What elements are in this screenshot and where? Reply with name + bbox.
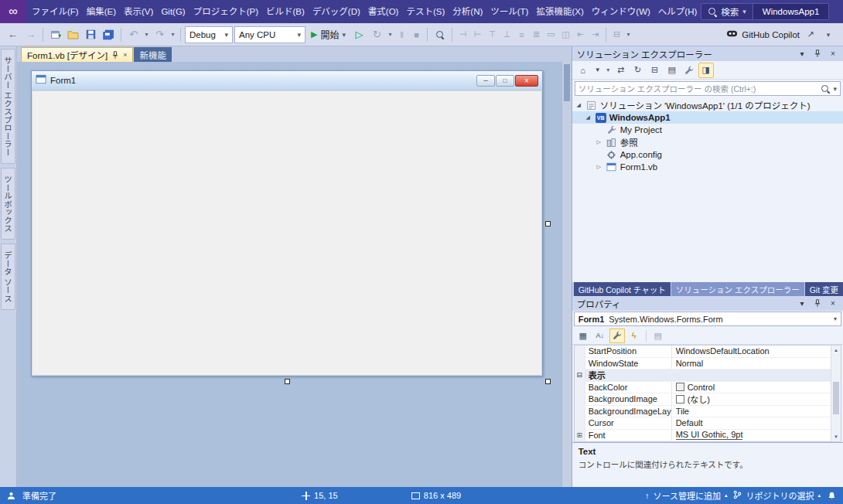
close-panel-icon[interactable]: × <box>828 299 838 308</box>
tree-item-references[interactable]: ▷ 参照 <box>572 136 843 148</box>
property-row-backgroundimagelayout[interactable]: BackgroundImageLayou Tile <box>575 406 831 418</box>
form-client-area[interactable] <box>32 90 542 376</box>
tab-form1-designer[interactable]: Form1.vb [デザイン] × <box>21 47 133 62</box>
menu-edit[interactable]: 編集(E) <box>83 0 120 23</box>
vertical-spacing-icon[interactable]: ⇥ <box>589 26 602 43</box>
property-row-cursor[interactable]: Cursor Default <box>575 417 831 430</box>
categorized-icon[interactable]: ▦ <box>575 329 591 343</box>
sidebar-tab-data-sources[interactable]: データ ソース <box>1 243 15 310</box>
property-row-backcolor[interactable]: BackColor Control <box>575 382 831 394</box>
align-centers-icon[interactable]: ≣ <box>530 26 543 43</box>
menu-file[interactable]: ファイル(F) <box>28 0 83 23</box>
menu-build[interactable]: ビルド(B) <box>262 0 309 23</box>
sidebar-tab-server-explorer[interactable]: サーバー エクスプローラー <box>1 49 15 164</box>
start-debugging-button[interactable]: ▶ 開始 ▾ <box>307 26 350 43</box>
hot-reload-dropdown-icon[interactable]: ▾ <box>387 31 394 38</box>
search-dropdown-icon[interactable]: ▾ <box>742 8 746 15</box>
open-chat-icon[interactable]: ↗ <box>804 28 817 42</box>
menu-format[interactable]: 書式(O) <box>364 0 403 23</box>
alphabetical-icon[interactable]: A↓ <box>592 329 608 343</box>
undo-dropdown-icon[interactable]: ▾ <box>143 31 150 38</box>
close-tab-icon[interactable]: × <box>123 51 127 59</box>
save-all-icon[interactable] <box>101 26 117 43</box>
resize-handle-right[interactable] <box>545 221 551 226</box>
tree-item-app-config[interactable]: App.config <box>572 148 843 161</box>
scroll-up-icon[interactable]: ▴ <box>831 346 841 355</box>
menu-git[interactable]: Git(G) <box>157 0 189 23</box>
resize-handle-bottom[interactable] <box>285 379 290 384</box>
break-all-icon[interactable]: ‖ <box>395 26 408 43</box>
filter-dropdown-icon[interactable]: ▾ <box>605 66 612 73</box>
solution-configuration-select[interactable]: Debug ▾ <box>185 26 233 43</box>
menu-help[interactable]: ヘルプ(H) <box>654 0 701 23</box>
property-row-font[interactable]: ⊞ Font MS UI Gothic, 9pt <box>575 430 831 442</box>
object-selector[interactable]: Form1 System.Windows.Forms.Form ▾ <box>574 312 841 326</box>
stop-debugging-icon[interactable]: ■ <box>410 26 423 43</box>
menu-test[interactable]: テスト(S) <box>402 0 449 23</box>
home-icon[interactable]: ⌂ <box>575 63 591 78</box>
tree-item-my-project[interactable]: My Project <box>572 124 843 136</box>
events-icon[interactable]: ϟ <box>626 329 642 343</box>
expander-icon[interactable]: ◢ <box>584 114 592 121</box>
expander-icon[interactable]: ▷ <box>595 164 603 170</box>
collapse-category-icon[interactable]: ⊟ <box>575 369 585 381</box>
horizontal-spacing-icon[interactable]: ⇤ <box>574 26 587 43</box>
property-pages-icon[interactable]: ▤ <box>650 329 666 343</box>
sync-with-active-document-icon[interactable]: ⇄ <box>613 63 629 78</box>
show-all-files-icon[interactable]: ▤ <box>664 63 680 78</box>
scroll-down-icon[interactable]: ▾ <box>831 432 841 441</box>
make-same-size-icon[interactable]: ◫ <box>559 26 572 43</box>
search-options-icon[interactable]: ▾ <box>833 85 837 93</box>
property-row-windowstate[interactable]: WindowState Normal <box>575 358 831 370</box>
tab-solution-explorer[interactable]: ソリューション エクスプローラー <box>671 282 804 296</box>
collapse-all-icon[interactable]: ⊟ <box>647 63 663 78</box>
align-tops-icon[interactable]: ⊤ <box>486 26 499 43</box>
align-rights-icon[interactable]: ⊢ <box>471 26 484 43</box>
menu-extensions[interactable]: 拡張機能(X) <box>532 0 587 23</box>
solution-explorer-header[interactable]: ソリューション エクスプローラー ▾ × <box>572 46 843 61</box>
solution-name-badge[interactable]: WindowsApp1 <box>753 3 830 20</box>
navigate-forward-icon[interactable]: → <box>22 26 39 43</box>
new-project-icon[interactable] <box>47 26 63 43</box>
open-file-icon[interactable] <box>65 26 81 43</box>
navigate-back-icon[interactable]: ← <box>5 26 21 43</box>
expand-property-icon[interactable]: ⊞ <box>575 430 585 441</box>
tab-git-changes[interactable]: Git 変更 <box>805 282 843 296</box>
toolbar-overflow-icon[interactable]: ▾ <box>625 31 632 38</box>
undo-icon[interactable]: ↶ <box>125 26 142 43</box>
tab-copilot-chat[interactable]: GitHub Copilot チャット <box>574 282 671 296</box>
window-position-icon[interactable]: ▾ <box>797 49 807 58</box>
window-position-icon[interactable]: ▾ <box>797 299 807 308</box>
menu-tools[interactable]: ツール(T) <box>486 0 532 23</box>
tree-item-project[interactable]: ◢ VB WindowsApp1 <box>572 111 843 124</box>
property-row-backgroundimage[interactable]: BackgroundImage (なし) <box>575 393 831 406</box>
property-category-display[interactable]: ⊟ 表示 <box>575 369 831 382</box>
notifications-bell-icon[interactable] <box>827 491 837 501</box>
designer-vertical-scrollbar[interactable] <box>561 62 572 487</box>
menu-project[interactable]: プロジェクト(P) <box>189 0 262 23</box>
minimize-button[interactable]: ─ <box>840 0 843 23</box>
save-icon[interactable] <box>83 26 99 43</box>
make-same-width-icon[interactable]: ▭ <box>544 26 558 43</box>
tab-whats-new[interactable]: 新機能 <box>134 47 172 62</box>
refresh-icon[interactable]: ↻ <box>630 63 646 78</box>
align-lefts-icon[interactable]: ⊣ <box>456 26 469 43</box>
properties-header[interactable]: プロパティ ▾ × <box>572 296 843 311</box>
solution-search-box[interactable]: ▾ <box>575 81 841 96</box>
tree-item-form1[interactable]: ▷ Form1.vb <box>572 161 843 173</box>
sidebar-tab-toolbox[interactable]: ツールボックス <box>1 168 15 240</box>
add-to-source-control-button[interactable]: ↑ ソース管理に追加 ▴ <box>645 489 727 502</box>
properties-icon[interactable] <box>681 63 697 78</box>
pin-icon[interactable] <box>812 299 823 308</box>
redo-dropdown-icon[interactable]: ▾ <box>169 31 176 38</box>
copilot-dropdown-icon[interactable]: ▾ <box>821 28 835 42</box>
filter-icon[interactable]: ▼ <box>592 63 603 78</box>
scrollbar-thumb[interactable] <box>564 64 570 101</box>
hot-reload-icon[interactable]: ↻ <box>369 26 385 43</box>
copilot-status[interactable]: GitHub Copilot ↗ ▾ <box>726 28 838 42</box>
align-bottoms-icon[interactable]: ⊥ <box>500 26 514 43</box>
quick-search-box[interactable]: 検索 ▾ <box>701 3 753 20</box>
redo-icon[interactable]: ↷ <box>152 26 168 43</box>
align-middles-icon[interactable]: ≡ <box>515 26 528 43</box>
pin-icon[interactable] <box>812 49 823 58</box>
